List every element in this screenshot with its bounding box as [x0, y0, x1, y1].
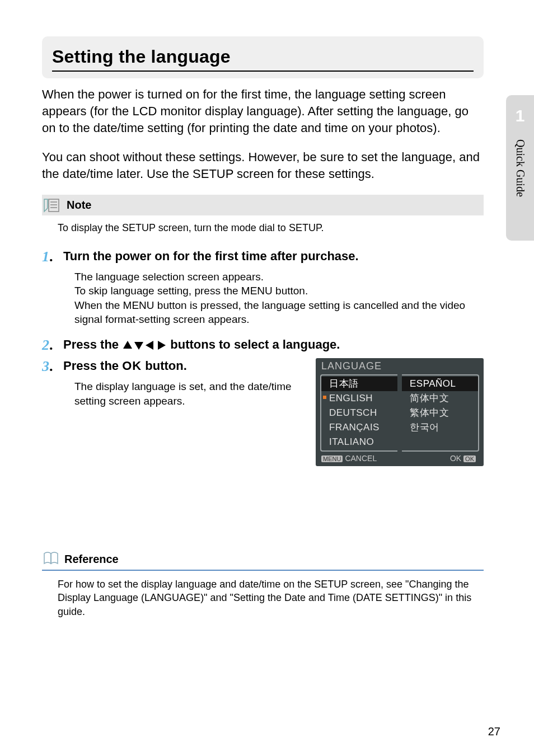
reference-label: Reference: [64, 553, 119, 566]
step-3-body: The display language is set, and the dat…: [74, 379, 305, 408]
step-1: 1. Turn the power on for the first time …: [42, 248, 484, 265]
ok-key-icon: OK: [463, 456, 476, 462]
lcd-title: LANGUAGE: [316, 358, 484, 374]
step-3: 3. Press the OK button.: [42, 358, 305, 375]
lcd-item: [402, 435, 478, 449]
step-1-body: The language selection screen appears. T…: [74, 270, 484, 327]
note-label: Note: [67, 199, 91, 212]
lcd-item: ESPAÑOL: [402, 377, 478, 391]
step-3-title: Press the OK button.: [63, 358, 187, 374]
svg-marker-7: [158, 341, 166, 350]
intro-paragraph-1: When the power is turned on for the firs…: [42, 86, 484, 137]
step-2-number: 2.: [42, 337, 54, 354]
lcd-col-right: ESPAÑOL 简体中文 繁体中文 한국어: [402, 374, 479, 452]
lcd-item-selected: ENGLISH: [321, 391, 397, 406]
menu-key-icon: MENU: [321, 456, 343, 462]
step-3-number: 3.: [42, 358, 54, 375]
lcd-item: FRANÇAIS: [321, 420, 397, 435]
lcd-item: 한국어: [402, 420, 478, 435]
intro-paragraph-2: You can shoot without these settings. Ho…: [42, 149, 484, 182]
section-heading: Setting the language: [52, 46, 474, 72]
note-text: To display the SETUP screen, turn the mo…: [58, 222, 484, 234]
lcd-item: 简体中文: [402, 391, 478, 406]
step-1-number: 1.: [42, 248, 54, 265]
step-2: 2. Press the buttons to select a languag…: [42, 337, 484, 354]
ok-symbol-icon: OK: [122, 359, 142, 373]
reference-heading-row: Reference: [42, 550, 484, 571]
chapter-tab: 1 Quick Guide: [506, 95, 534, 241]
reference-icon: [42, 550, 61, 568]
page-content: Setting the language When the power is t…: [0, 0, 534, 641]
lcd-footer: MENUCANCEL OK OK: [316, 452, 484, 464]
note-heading-row: Note: [42, 195, 484, 215]
chapter-number: 1: [516, 106, 525, 125]
svg-marker-4: [123, 341, 132, 349]
step-1-title: Turn the power on for the first time aft…: [63, 248, 359, 265]
lcd-screenshot: LANGUAGE 日本語 ENGLISH DEUTSCH FRANÇAIS IT…: [316, 358, 484, 466]
step-2-title: Press the buttons to select a language.: [63, 337, 340, 353]
lcd-footer-left: MENUCANCEL: [321, 454, 377, 463]
selection-marker-icon: [323, 396, 326, 399]
page-number: 27: [488, 725, 500, 738]
reference-text: For how to set the display language and …: [58, 577, 484, 618]
step-3-wrap: 3. Press the OK button. The display lang…: [42, 358, 484, 466]
direction-arrows-icon: [122, 340, 167, 351]
svg-marker-6: [146, 341, 153, 350]
lcd-footer-right: OK OK: [450, 454, 478, 463]
section-heading-block: Setting the language: [42, 36, 484, 78]
lcd-item: ITALIANO: [321, 435, 397, 449]
svg-rect-0: [49, 199, 59, 212]
lcd-item: 繁体中文: [402, 406, 478, 420]
note-icon: [42, 197, 61, 214]
lcd-body: 日本語 ENGLISH DEUTSCH FRANÇAIS ITALIANO ES…: [316, 374, 484, 452]
lcd-col-left: 日本語 ENGLISH DEUTSCH FRANÇAIS ITALIANO: [320, 374, 397, 452]
lcd-item: 日本語: [321, 377, 397, 391]
svg-marker-5: [134, 342, 143, 350]
lcd-item: DEUTSCH: [321, 406, 397, 420]
chapter-label: Quick Guide: [514, 139, 527, 197]
